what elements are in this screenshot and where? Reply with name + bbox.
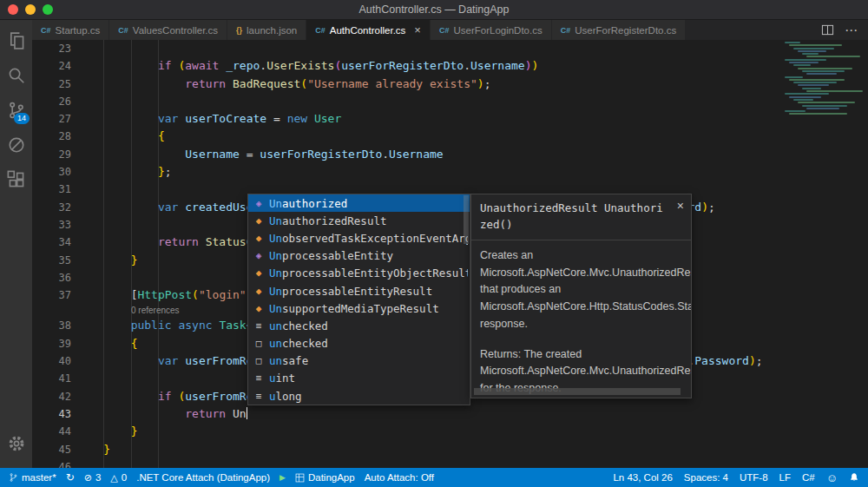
tabs: C#Startup.csC#ValuesController.cs{}launc… xyxy=(32,20,686,40)
status-eol[interactable]: LF xyxy=(779,472,791,483)
grid-icon xyxy=(295,473,305,483)
status-cursor-position[interactable]: Ln 43, Col 26 xyxy=(613,472,672,483)
status-indentation[interactable]: Spaces: 4 xyxy=(684,472,728,483)
branch-icon xyxy=(9,472,18,483)
code-line-27[interactable]: 27 var userToCreate = new User xyxy=(32,110,868,128)
status-branch[interactable]: master* xyxy=(9,472,56,483)
code-line-43[interactable]: 43 return Un xyxy=(32,405,868,423)
code-line-content: }; xyxy=(76,163,172,181)
status-errors[interactable]: ⊘3 xyxy=(84,472,102,483)
doc-paragraph: Creates an Microsoft.AspNetCore.Mvc.Unau… xyxy=(480,247,685,333)
keyword-icon: ≡ xyxy=(252,391,266,402)
tab-label: AuthController.cs xyxy=(330,25,406,36)
code-line-45[interactable]: 45 } xyxy=(32,441,868,458)
tab-label: ValuesController.cs xyxy=(133,25,218,36)
suggestion-UnprocessableEntityResult[interactable]: ◆UnprocessableEntityResult xyxy=(248,282,470,299)
code-line-content: if (await _repo.UserExists(userForRegist… xyxy=(76,57,538,75)
suggestion-UnprocessableEntityObjectResult[interactable]: ◆UnprocessableEntityObjectResult xyxy=(248,265,470,282)
activity-explorer[interactable] xyxy=(0,23,32,58)
line-number: 27 xyxy=(32,110,76,128)
status-language[interactable]: C# xyxy=(802,472,815,483)
suggestion-unsafe[interactable]: □unsafe xyxy=(248,352,470,370)
activity-settings[interactable] xyxy=(0,426,32,461)
class-icon: ◆ xyxy=(252,286,266,297)
tab-ValuesController.cs[interactable]: C#ValuesController.cs xyxy=(109,20,227,40)
suggestion-unchecked[interactable]: □unchecked xyxy=(248,335,470,352)
snippet-icon: □ xyxy=(252,338,266,349)
suggestion-label: UnsupportedMediaTypeResult xyxy=(269,302,468,315)
split-editor-button[interactable] xyxy=(821,23,834,36)
status-sync[interactable]: ↻ xyxy=(66,472,75,483)
minimap[interactable] xyxy=(785,42,866,116)
code-line-26[interactable]: 26 xyxy=(32,93,868,110)
tab-AuthController.cs[interactable]: C#AuthController.cs× xyxy=(306,20,431,40)
status-debug-config[interactable]: .NET Core Attach (DatingApp) xyxy=(136,472,270,483)
editor[interactable]: 2324 if (await _repo.UserExists(userForR… xyxy=(32,40,868,468)
close-window-button[interactable] xyxy=(8,4,18,15)
status-label: DatingApp xyxy=(308,472,355,483)
csharp-file-icon: C# xyxy=(118,26,128,35)
debug-icon xyxy=(7,135,26,155)
codelens-references[interactable]: 0 references xyxy=(76,304,180,317)
title-bar: AuthController.cs — DatingApp xyxy=(0,0,868,20)
text-cursor xyxy=(247,407,248,419)
code-line-28[interactable]: 28 { xyxy=(32,128,868,145)
code-line-25[interactable]: 25 return BadRequest("Username already e… xyxy=(32,76,868,93)
activity-source-control[interactable]: 14 xyxy=(0,93,32,128)
status-notifications[interactable] xyxy=(849,472,859,483)
suggestion-Unauthorized[interactable]: ◈Unauthorized xyxy=(248,194,470,212)
keyword-icon: ≡ xyxy=(252,320,266,332)
code-line-content: } xyxy=(76,441,110,458)
zoom-window-button[interactable] xyxy=(43,4,53,15)
window-controls xyxy=(8,4,53,15)
suggestion-signature: UnauthorizedResult Unauthorized() xyxy=(480,200,664,234)
code-line-30[interactable]: 30 }; xyxy=(32,163,868,181)
more-actions-button[interactable]: ⋯ xyxy=(845,23,858,36)
status-encoding[interactable]: UTF-8 xyxy=(740,472,768,483)
suggestion-UnauthorizedResult[interactable]: ◆UnauthorizedResult xyxy=(248,212,470,229)
line-number: 44 xyxy=(32,423,76,440)
status-warnings[interactable]: △0 xyxy=(110,472,127,483)
line-number: 23 xyxy=(32,40,76,57)
method-icon: ◈ xyxy=(252,198,266,209)
tab-UserForRegisterDto.cs[interactable]: C#UserForRegisterDto.cs xyxy=(552,20,686,40)
line-number: 34 xyxy=(32,234,76,251)
code-line-23[interactable]: 23 xyxy=(32,40,868,57)
code-line-content: var userToCreate = new User xyxy=(76,110,341,128)
close-tab-icon[interactable]: × xyxy=(414,24,421,36)
tab-label: Startup.cs xyxy=(56,25,101,36)
play-icon: ▶ xyxy=(279,474,286,482)
status-label: master* xyxy=(22,472,56,483)
doc-scrollbar[interactable] xyxy=(474,388,681,395)
minimize-window-button[interactable] xyxy=(25,4,36,15)
status-run-indicator[interactable]: ▶ xyxy=(279,474,286,482)
suggestion-UnsupportedMediaTypeResult[interactable]: ◆UnsupportedMediaTypeResult xyxy=(248,299,470,317)
line-number: 46 xyxy=(32,458,76,468)
suggestion-UnprocessableEntity[interactable]: ◈UnprocessableEntity xyxy=(248,247,470,265)
close-icon[interactable]: × xyxy=(677,200,684,212)
suggestion-ulong[interactable]: ≡ulong xyxy=(248,387,470,405)
code-line-46[interactable]: 46 xyxy=(32,458,868,468)
suggestion-UnobservedTaskExceptionEventArgs[interactable]: ◆UnobservedTaskExceptionEventArgs xyxy=(248,229,470,247)
smiley-icon: ☺ xyxy=(826,472,838,484)
code-line-content: { xyxy=(76,128,165,145)
activity-extensions[interactable] xyxy=(0,162,32,197)
tab-UserForLoginDto.cs[interactable]: C#UserForLoginDto.cs xyxy=(431,20,552,40)
activity-bar: 14 xyxy=(0,20,32,468)
code-line-29[interactable]: 29 Username = userForRegisterDto.Usernam… xyxy=(32,146,868,163)
code-line-24[interactable]: 24 if (await _repo.UserExists(userForReg… xyxy=(32,57,868,75)
status-project[interactable]: DatingApp xyxy=(295,472,355,483)
line-number: 29 xyxy=(32,146,76,163)
status-feedback[interactable]: ☺ xyxy=(826,472,838,484)
line-number: 38 xyxy=(32,317,76,334)
suggest-scrollbar[interactable] xyxy=(464,195,469,244)
line-number: 26 xyxy=(32,93,76,110)
status-auto-attach[interactable]: Auto Attach: Off xyxy=(365,472,434,483)
activity-debug[interactable] xyxy=(0,128,32,162)
activity-search[interactable] xyxy=(0,58,32,93)
suggestion-unchecked[interactable]: ≡unchecked xyxy=(248,317,470,334)
code-line-44[interactable]: 44 } xyxy=(32,423,868,440)
suggestion-uint[interactable]: ≡uint xyxy=(248,370,470,387)
tab-launch.json[interactable]: {}launch.json xyxy=(227,20,306,40)
tab-Startup.cs[interactable]: C#Startup.cs xyxy=(32,20,109,40)
